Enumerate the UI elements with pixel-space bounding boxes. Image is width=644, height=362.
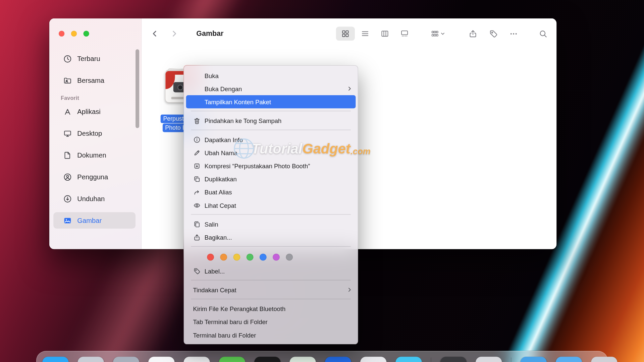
sidebar-item-shared[interactable]: Bersama bbox=[53, 72, 136, 89]
alias-icon bbox=[193, 189, 200, 196]
dock-app-icon-2[interactable] bbox=[77, 357, 104, 362]
menu-separator bbox=[191, 214, 351, 215]
group-button[interactable] bbox=[426, 27, 450, 41]
view-list-button[interactable] bbox=[356, 27, 374, 41]
menu-item-label[interactable]: Label... bbox=[184, 264, 358, 278]
menu-item-open-with[interactable]: Buka Dengan bbox=[184, 82, 358, 95]
menu-item-quick-actions[interactable]: Tindakan Cepat bbox=[184, 283, 358, 296]
label-color-blue[interactable] bbox=[260, 253, 267, 260]
sidebar-item-label: Gambar bbox=[77, 217, 102, 224]
search-button[interactable] bbox=[535, 27, 551, 41]
sidebar-item-applications[interactable]: Aplikasi bbox=[53, 104, 136, 120]
label-color-orange[interactable] bbox=[220, 253, 227, 260]
tag-icon bbox=[193, 267, 200, 275]
dock-app-icon-7[interactable] bbox=[254, 357, 280, 362]
group-icon bbox=[431, 29, 439, 38]
dock-app-icon-8[interactable] bbox=[289, 357, 316, 362]
dock-app-icon-9[interactable] bbox=[325, 357, 351, 362]
menu-item-copy[interactable]: Salin bbox=[184, 218, 358, 231]
user-icon bbox=[63, 173, 72, 181]
sidebar-item-label: Unduhan bbox=[77, 195, 105, 202]
dock-app-icon-11[interactable] bbox=[395, 357, 422, 362]
ellipsis-icon bbox=[509, 29, 518, 38]
dock-app-icon-5[interactable] bbox=[183, 357, 210, 362]
forward-button[interactable] bbox=[168, 27, 180, 40]
grid-view-icon bbox=[341, 29, 350, 38]
dock-app-icon-4[interactable] bbox=[148, 357, 174, 362]
context-menu: Buka Buka Dengan Tampilkan Konten Paket … bbox=[183, 65, 358, 345]
sidebar-scrollbar[interactable] bbox=[136, 49, 139, 128]
sidebar-item-label: Bersama bbox=[77, 76, 104, 84]
menu-item-make-alias[interactable]: Buat Alias bbox=[184, 185, 358, 198]
zoom-button[interactable] bbox=[84, 31, 89, 37]
dock-app-icon-12[interactable] bbox=[440, 357, 467, 362]
dock-app-icon-13[interactable] bbox=[476, 357, 502, 362]
menu-item-duplicate[interactable]: Duplikatkan bbox=[184, 172, 358, 185]
menu-item-share[interactable]: Bagikan... bbox=[184, 231, 358, 244]
menu-item-send-bluetooth[interactable]: Kirim File Ke Perangkat Bluetooth bbox=[184, 302, 358, 315]
tags-button[interactable] bbox=[485, 27, 501, 41]
window-title: Gambar bbox=[196, 29, 223, 38]
view-switcher bbox=[336, 27, 414, 41]
list-view-icon bbox=[361, 29, 369, 38]
more-button[interactable] bbox=[505, 27, 522, 41]
view-gallery-button[interactable] bbox=[395, 27, 414, 41]
dock-app-icon-3[interactable] bbox=[113, 357, 139, 362]
menu-separator bbox=[191, 130, 351, 130]
dock-folder-icon-1[interactable] bbox=[520, 357, 546, 362]
gallery-view-icon bbox=[400, 29, 409, 38]
applications-icon bbox=[63, 107, 72, 116]
sidebar-item-downloads[interactable]: Unduhan bbox=[53, 190, 136, 207]
close-button[interactable] bbox=[59, 31, 64, 37]
dock-app-icon-10[interactable] bbox=[360, 357, 386, 362]
menu-item-compress[interactable]: Kompresi “Perpustakaan Photo Booth” bbox=[184, 159, 358, 172]
dock bbox=[36, 351, 608, 362]
sidebar-item-label: Desktop bbox=[77, 129, 102, 137]
sidebar-item-recents[interactable]: Terbaru bbox=[53, 51, 136, 67]
sidebar-item-label: Pengguna bbox=[77, 173, 108, 181]
menu-item-rename[interactable]: Ubah Nama bbox=[184, 146, 358, 159]
label-color-purple[interactable] bbox=[273, 253, 280, 260]
view-grid-button[interactable] bbox=[336, 27, 355, 41]
label-color-green[interactable] bbox=[247, 253, 254, 260]
toolbar: Gambar bbox=[142, 18, 556, 49]
shared-folder-icon bbox=[63, 76, 72, 85]
view-columns-button[interactable] bbox=[375, 27, 394, 41]
pencil-icon bbox=[193, 149, 200, 156]
dock-divider bbox=[511, 358, 511, 362]
dock-folder-icon-2[interactable] bbox=[556, 357, 582, 362]
minimize-button[interactable] bbox=[71, 31, 77, 37]
dock-app-icon-6[interactable] bbox=[219, 357, 245, 362]
share-button[interactable] bbox=[465, 27, 481, 41]
chevron-right-icon bbox=[346, 86, 352, 92]
back-button[interactable] bbox=[149, 27, 160, 40]
sidebar-item-desktop[interactable]: Desktop bbox=[53, 125, 136, 141]
menu-item-terminal-tab[interactable]: Tab Terminal baru di Folder bbox=[184, 315, 358, 328]
sidebar-item-users[interactable]: Pengguna bbox=[53, 169, 136, 185]
menu-item-terminal-new[interactable]: Terminal baru di Folder bbox=[184, 328, 358, 342]
menu-separator bbox=[191, 111, 351, 111]
label-color-red[interactable] bbox=[207, 253, 214, 260]
menu-item-show-package-contents[interactable]: Tampilkan Konten Paket bbox=[186, 95, 356, 108]
sidebar-item-pictures[interactable]: Gambar bbox=[53, 212, 136, 229]
dock-finder-icon[interactable] bbox=[42, 357, 68, 362]
menu-item-quick-look[interactable]: Lihat Cepat bbox=[184, 199, 358, 212]
label-color-gray[interactable] bbox=[286, 253, 293, 260]
menu-item-get-info[interactable]: Dapatkan Info bbox=[184, 133, 358, 146]
menu-item-open[interactable]: Buka bbox=[184, 69, 358, 82]
copy-icon bbox=[193, 221, 200, 228]
label-color-yellow[interactable] bbox=[233, 253, 240, 260]
pictures-icon bbox=[63, 216, 72, 225]
trash-icon bbox=[193, 117, 200, 124]
sidebar: Terbaru Bersama Favorit Aplikasi Desktop bbox=[49, 18, 142, 249]
dock-trash-icon[interactable] bbox=[591, 357, 617, 362]
chevron-left-icon bbox=[151, 29, 159, 38]
search-icon bbox=[539, 29, 547, 38]
menu-item-move-to-trash[interactable]: Pindahkan ke Tong Sampah bbox=[184, 114, 358, 127]
label-color-row bbox=[184, 249, 358, 264]
downloads-icon bbox=[63, 194, 72, 203]
chevron-down-icon bbox=[440, 31, 445, 36]
sidebar-item-documents[interactable]: Dokumen bbox=[53, 147, 136, 163]
chevron-right-icon bbox=[170, 29, 178, 38]
blank-icon bbox=[193, 72, 201, 79]
